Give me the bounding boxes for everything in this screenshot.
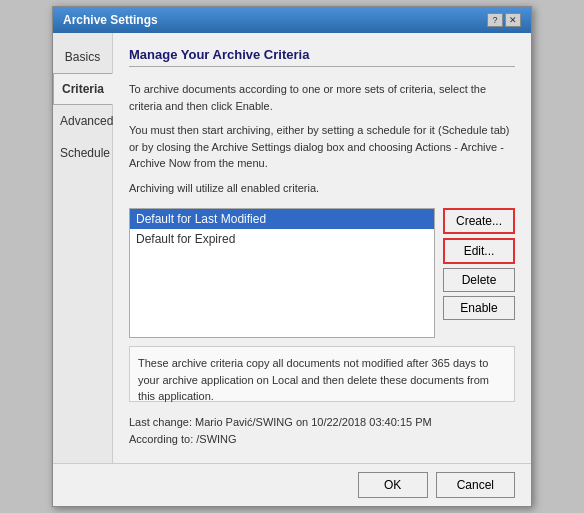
info-text: These archive criteria copy all document…: [138, 357, 489, 402]
criteria-area: Default for Last Modified Default for Ex…: [129, 208, 515, 338]
sidebar-item-criteria[interactable]: Criteria: [53, 73, 113, 105]
criteria-buttons: Create... Edit... Delete Enable: [443, 208, 515, 338]
section-title: Manage Your Archive Criteria: [129, 47, 515, 67]
info-box: These archive criteria copy all document…: [129, 346, 515, 402]
dialog-body: Basics Criteria Advanced Schedule Manage…: [53, 33, 531, 463]
help-button[interactable]: ?: [487, 13, 503, 27]
sidebar: Basics Criteria Advanced Schedule: [53, 33, 113, 463]
main-content: Manage Your Archive Criteria To archive …: [113, 33, 531, 463]
cancel-button[interactable]: Cancel: [436, 472, 515, 498]
enable-button[interactable]: Enable: [443, 296, 515, 320]
criteria-list[interactable]: Default for Last Modified Default for Ex…: [129, 208, 435, 338]
edit-button[interactable]: Edit...: [443, 238, 515, 264]
according-to: According to: /SWING: [129, 431, 515, 449]
dialog-footer: OK Cancel: [53, 463, 531, 506]
close-button[interactable]: ✕: [505, 13, 521, 27]
delete-button[interactable]: Delete: [443, 268, 515, 292]
criteria-item-last-modified[interactable]: Default for Last Modified: [130, 209, 434, 229]
title-bar-buttons: ? ✕: [487, 13, 521, 27]
description-1: To archive documents according to one or…: [129, 81, 515, 114]
sidebar-item-basics[interactable]: Basics: [53, 41, 112, 73]
criteria-item-expired[interactable]: Default for Expired: [130, 229, 434, 249]
archive-settings-dialog: Archive Settings ? ✕ Basics Criteria Adv…: [52, 6, 532, 507]
meta-info: Last change: Mario Pavić/SWING on 10/22/…: [129, 414, 515, 449]
ok-button[interactable]: OK: [358, 472, 428, 498]
dialog-title: Archive Settings: [63, 13, 158, 27]
description-2: You must then start archiving, either by…: [129, 122, 515, 172]
sidebar-item-schedule[interactable]: Schedule: [53, 137, 112, 169]
create-button[interactable]: Create...: [443, 208, 515, 234]
last-change: Last change: Mario Pavić/SWING on 10/22/…: [129, 414, 515, 432]
sidebar-item-advanced[interactable]: Advanced: [53, 105, 112, 137]
description-3: Archiving will utilize all enabled crite…: [129, 180, 515, 197]
title-bar: Archive Settings ? ✕: [53, 7, 531, 33]
